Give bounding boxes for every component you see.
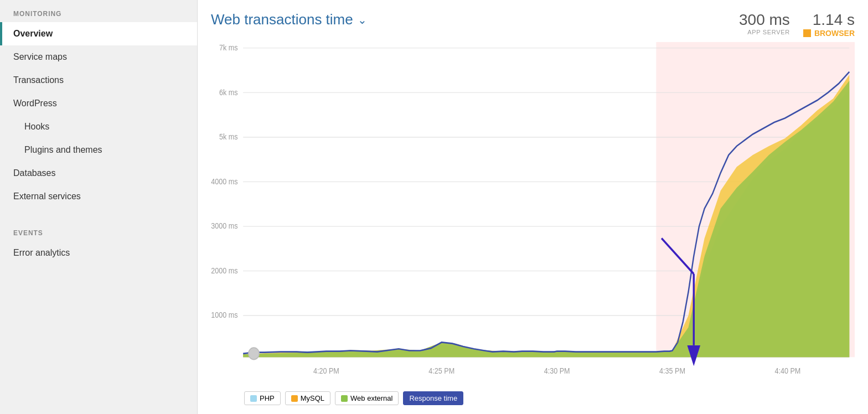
svg-text:1000 ms: 1000 ms [211,311,238,320]
sidebar-item-label: External services [13,192,81,201]
chart-legend: PHP MySQL Web external Response time [211,391,855,405]
chart-svg: 7k ms 6k ms 5k ms 4000 ms 3000 ms 2000 m… [211,42,855,387]
legend-response-time-label: Response time [409,394,457,402]
sidebar-item-wordpress[interactable]: WordPress [0,92,197,115]
app-server-value: 300 ms [739,11,790,29]
chart-header: Web transactions time ⌄ 300 ms APP SERVE… [211,11,855,38]
sidebar-item-label: Overview [13,29,53,38]
sidebar-item-error-analytics[interactable]: Error analytics [0,241,197,265]
svg-text:6k ms: 6k ms [219,88,238,97]
browser-stat: 1.14 s BROWSER [803,11,855,38]
svg-text:4:40 PM: 4:40 PM [774,367,800,376]
svg-text:2000 ms: 2000 ms [211,266,238,275]
browser-value-row: 1.14 s [813,11,855,29]
monitoring-section-label: MONITORING [0,0,197,22]
main-content: Web transactions time ⌄ 300 ms APP SERVE… [198,0,868,414]
legend-web-external-label: Web external [350,394,392,402]
browser-label-row: BROWSER [803,29,855,38]
sidebar-item-label: Service maps [13,52,67,61]
chart-title-row: Web transactions time ⌄ [211,11,367,28]
chart-stats: 300 ms APP SERVER 1.14 s BROWSER [739,11,855,38]
sidebar-item-transactions[interactable]: Transactions [0,69,197,92]
legend-php[interactable]: PHP [244,391,281,405]
svg-text:4:30 PM: 4:30 PM [544,367,570,376]
sidebar-item-hooks[interactable]: Hooks [0,115,197,138]
browser-color-box [803,29,811,37]
browser-label: BROWSER [814,29,855,38]
svg-text:4000 ms: 4000 ms [211,177,238,186]
legend-web-external-color [341,395,348,402]
svg-point-24 [249,348,259,359]
svg-text:4:25 PM: 4:25 PM [428,367,454,376]
app-server-label: APP SERVER [747,29,790,35]
legend-mysql-label: MySQL [301,394,324,402]
legend-web-external[interactable]: Web external [335,391,399,405]
chart-area: 7k ms 6k ms 5k ms 4000 ms 3000 ms 2000 m… [211,42,855,387]
sidebar-item-external-services[interactable]: External services [0,185,197,208]
svg-text:3000 ms: 3000 ms [211,222,238,231]
sidebar-item-label: Transactions [13,75,64,85]
svg-text:5k ms: 5k ms [219,133,238,142]
svg-text:7k ms: 7k ms [219,43,238,52]
legend-php-label: PHP [260,394,275,402]
sidebar-item-label: Plugins and themes [24,145,102,154]
legend-response-time[interactable]: Response time [403,391,463,405]
sidebar-item-plugins-themes[interactable]: Plugins and themes [0,138,197,162]
sidebar-item-label: Error analytics [13,248,70,257]
sidebar-item-databases[interactable]: Databases [0,162,197,185]
app-server-stat: 300 ms APP SERVER [739,11,790,35]
sidebar: MONITORING Overview Service maps Transac… [0,0,198,414]
chart-title: Web transactions time [211,11,353,28]
svg-text:4:35 PM: 4:35 PM [659,367,685,376]
chart-title-dropdown-icon[interactable]: ⌄ [358,13,367,27]
sidebar-item-service-maps[interactable]: Service maps [0,45,197,69]
events-section-label: EVENTS [0,219,197,241]
sidebar-item-label: WordPress [13,99,57,108]
browser-value: 1.14 s [813,11,855,29]
legend-php-color [250,395,257,402]
sidebar-item-overview[interactable]: Overview [0,22,197,45]
svg-text:4:20 PM: 4:20 PM [313,367,339,376]
legend-mysql[interactable]: MySQL [285,391,330,405]
legend-mysql-color [291,395,298,402]
sidebar-item-label: Hooks [24,122,49,131]
sidebar-item-label: Databases [13,168,56,178]
